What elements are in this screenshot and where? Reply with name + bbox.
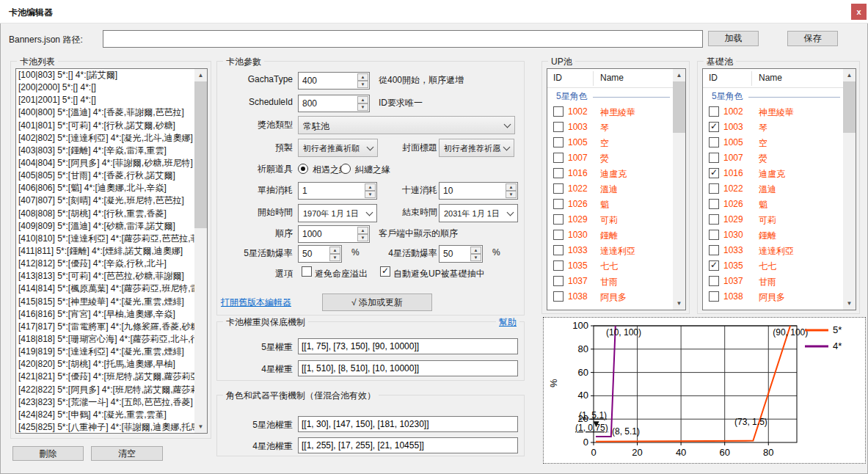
help-link[interactable]: 幫助 <box>496 316 519 329</box>
pool-list-item[interactable]: [405|805] 5*:[甘雨] 4*:[香菱,行秋,諾艾爾] <box>16 169 194 182</box>
spin-up-icon[interactable]: ▲ <box>329 247 340 254</box>
avoid-constellation-overflow-checkbox[interactable] <box>302 266 312 277</box>
row-checkbox[interactable] <box>709 199 719 209</box>
scroll-down-icon[interactable]: ▼ <box>843 297 856 310</box>
rate5-spinner[interactable]: 50 ▲ ▼ <box>298 245 342 263</box>
start-date-picker[interactable]: 1970年 1月 1日 <box>298 204 377 222</box>
pool-list-item[interactable]: [406|806] 5*:[魈] 4*:[迪奧娜,北斗,辛焱] <box>16 182 194 194</box>
pool-list-item[interactable]: [408|808] 5*:[胡桃] 4*:[行秋,重雲,香菱] <box>16 208 194 220</box>
delete-button[interactable]: 刪除 <box>12 446 84 461</box>
spin-down-icon[interactable]: ▼ <box>357 81 368 88</box>
scrollbar-thumb[interactable] <box>673 81 685 133</box>
open-old-editor-link[interactable]: 打開舊版本編輯器 <box>221 296 291 309</box>
pool-list-scrollbar[interactable]: ▲ ▼ <box>194 69 207 433</box>
pool-list-item[interactable]: [415|815] 5*:[神里綾華] 4*:[凝光,重雲,煙緋] <box>16 296 194 308</box>
spin-up-icon[interactable]: ▲ <box>506 183 517 191</box>
end-date-picker[interactable]: 2031年 1月 1日 <box>439 204 518 222</box>
pool-list-item[interactable]: [411|811] 5*:[鍾離] 4*:[煙緋,諾艾爾,迪奧娜] <box>16 245 194 258</box>
pool-list-item[interactable]: [420|820] 5*:[胡桃] 4*:[托馬,迪奧娜,早柚] <box>16 358 194 371</box>
up-pool-row[interactable]: 1030 鍾離 <box>547 227 673 243</box>
pool-list-item[interactable]: [424|824] 5*:[申鶴] 4*:[凝光,重雲,雲堇] <box>16 409 194 421</box>
spin-down-icon[interactable]: ▼ <box>357 234 368 241</box>
up-pool-row[interactable]: 1038 阿貝多 <box>547 289 673 305</box>
save-button[interactable]: 保存 <box>787 31 838 46</box>
pool-list-item[interactable]: [200|2000] 5*:[] 4*:[] <box>16 81 194 94</box>
row-checkbox[interactable] <box>553 199 564 209</box>
up-pool-row[interactable]: 1026 魈 <box>547 197 673 212</box>
up-pool-scrollbar[interactable]: ▲ ▼ <box>673 69 685 310</box>
base-pool-row[interactable]: 1033 達達利亞 <box>703 243 843 258</box>
pool-list-item[interactable]: [416|816] 5*:[宵宮] 4*:[早柚,迪奧娜,辛焱] <box>16 308 194 321</box>
pool-weight5-input[interactable] <box>298 416 518 432</box>
up-pool-row[interactable]: 1029 可莉 <box>547 212 673 227</box>
scroll-up-icon[interactable]: ▲ <box>673 69 685 81</box>
row-checkbox[interactable] <box>553 291 564 302</box>
ten-cost-spinner[interactable]: 10 ▲ ▼ <box>439 182 518 200</box>
row-checkbox[interactable] <box>709 260 719 271</box>
scheduleid-spinner[interactable]: 800 ▲ ▼ <box>298 95 370 112</box>
base-pool-row[interactable]: 1016 迪盧克 <box>703 166 843 181</box>
scroll-down-icon[interactable]: ▼ <box>673 297 685 310</box>
pool-list-item[interactable]: [400|800] 5*:[溫迪] 4*:[香菱,菲謝爾,芭芭拉] <box>16 106 194 119</box>
row-checkbox[interactable] <box>553 245 564 255</box>
pool-list-item[interactable]: [414|814] 5*:[楓原萬葉] 4*:[蘿莎莉亞,班尼特,雷 <box>16 282 194 295</box>
clear-button[interactable]: 清空 <box>91 446 163 461</box>
row-checkbox[interactable] <box>553 106 564 117</box>
load-button[interactable]: 加载 <box>708 31 759 46</box>
base-pool-row[interactable]: 1035 七七 <box>703 258 843 274</box>
base-pool-row[interactable]: 1029 可莉 <box>703 212 843 227</box>
order-spinner[interactable]: 1000 ▲ ▼ <box>298 225 370 243</box>
pool-list-item[interactable]: [404|804] 5*:[阿貝多] 4*:[菲謝爾,砂糖,班尼特] <box>16 157 194 169</box>
pool-list-item[interactable]: [419|819] 5*:[達達利亞] 4*:[凝光,重雲,煙緋] <box>16 346 194 358</box>
up-pool-row[interactable]: 1003 琴 <box>547 120 673 135</box>
prefab-dropdown[interactable]: 初行者推薦祈願 <box>298 139 378 157</box>
scroll-up-icon[interactable]: ▲ <box>194 69 207 81</box>
weight5-input[interactable] <box>298 338 518 354</box>
pool-list-item[interactable]: [407|807] 5*:[刻晴] 4*:[凝光,班尼特,芭芭拉] <box>16 194 194 207</box>
path-input[interactable] <box>103 30 703 48</box>
up-pool-row[interactable]: 1007 熒 <box>547 150 673 166</box>
scroll-up-icon[interactable]: ▲ <box>843 69 856 81</box>
row-checkbox[interactable] <box>709 153 719 163</box>
radio-intertwined-fate[interactable] <box>340 164 351 174</box>
pool-list-item[interactable]: [409|809] 5*:[溫迪] 4*:[砂糖,雷澤,諾艾爾] <box>16 220 194 233</box>
scroll-down-icon[interactable]: ▼ <box>194 420 207 433</box>
row-checkbox[interactable] <box>709 168 719 178</box>
pool-list-item[interactable]: [201|2001] 5*:[] 4*:[] <box>16 94 194 106</box>
pool-list-item[interactable]: [423|823] 5*:[荒瀧一斗] 4*:[五郎,芭芭拉,香菱] <box>16 396 194 409</box>
up-pool-row[interactable]: 1022 溫迪 <box>547 181 673 197</box>
single-cost-spinner[interactable]: 1 ▲ ▼ <box>298 182 377 200</box>
weight4-input[interactable] <box>298 360 518 376</box>
pool-list-item[interactable]: [417|817] 5*:[雷電將軍] 4*:[九條裟羅,香菱,砂糖 <box>16 321 194 333</box>
row-checkbox[interactable] <box>553 122 564 132</box>
row-checkbox[interactable] <box>553 183 564 194</box>
radio-acquaint-fate[interactable] <box>298 164 308 174</box>
up-pool-row[interactable]: 1016 迪盧克 <box>547 166 673 181</box>
row-checkbox[interactable] <box>553 168 564 178</box>
base-pool-row[interactable]: 1022 溫迪 <box>703 181 843 197</box>
base-pool-row[interactable]: 1037 甘雨 <box>703 274 843 289</box>
row-checkbox[interactable] <box>553 260 564 271</box>
pool-weight4-input[interactable] <box>298 437 518 453</box>
pool-type-dropdown[interactable]: 常駐池 <box>298 116 515 134</box>
base-pool-row[interactable]: 1003 琴 <box>703 120 843 135</box>
row-checkbox[interactable] <box>709 122 719 132</box>
spin-up-icon[interactable]: ▲ <box>357 96 368 103</box>
row-checkbox[interactable] <box>709 106 719 117</box>
row-checkbox[interactable] <box>553 230 564 240</box>
row-checkbox[interactable] <box>709 214 719 225</box>
row-checkbox[interactable] <box>709 276 719 286</box>
pool-list-item[interactable]: [421|821] 5*:[優菈] 4*:[班尼特,諾艾爾,蘿莎莉亞 <box>16 371 194 383</box>
base-pool-row[interactable]: 1007 熒 <box>703 150 843 166</box>
row-checkbox[interactable] <box>709 291 719 302</box>
spin-down-icon[interactable]: ▼ <box>357 103 368 111</box>
base-pool-row[interactable]: 1005 空 <box>703 135 843 150</box>
pool-list-item[interactable]: [403|803] 5*:[鍾離] 4*:[辛焱,雷澤,重雲] <box>16 145 194 157</box>
row-checkbox[interactable] <box>709 183 719 194</box>
scrollbar-thumb[interactable] <box>194 81 207 228</box>
pool-list-item[interactable]: [418|818] 5*:[珊瑚宮心海] 4*:[蘿莎莉亞,北斗,行 <box>16 333 194 346</box>
scrollbar-thumb[interactable] <box>843 81 856 133</box>
up-pool-row[interactable]: 1002 神里綾華 <box>547 104 673 120</box>
pool-list-item[interactable]: [402|802] 5*:[達達利亞] 4*:[凝光,北斗,迪奧娜] <box>16 132 194 145</box>
spin-up-icon[interactable]: ▲ <box>470 247 481 254</box>
